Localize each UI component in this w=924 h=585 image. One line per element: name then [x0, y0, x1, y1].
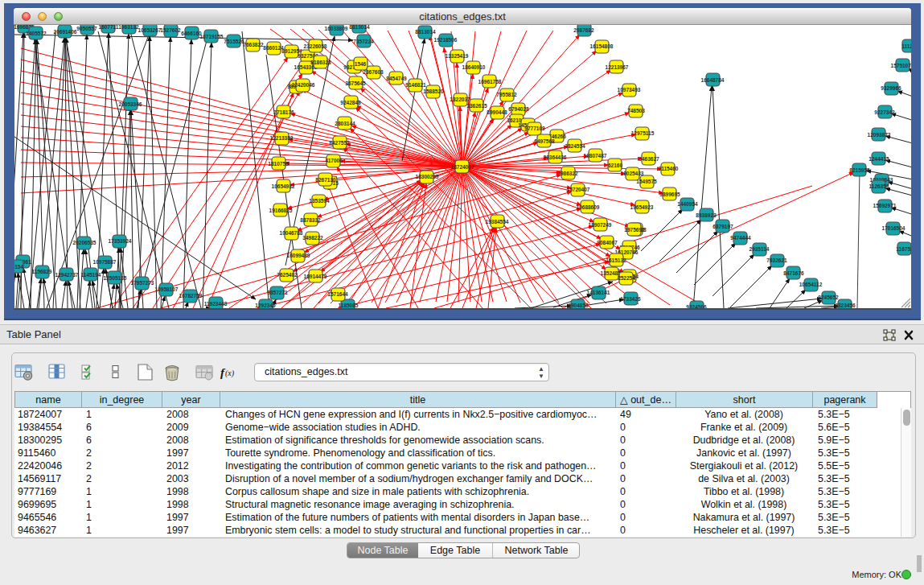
svg-text:7357224: 7357224 — [353, 39, 374, 44]
svg-text:15720407: 15720407 — [567, 187, 590, 192]
svg-text:1733426: 1733426 — [620, 296, 641, 302]
svg-text:1185085: 1185085 — [339, 303, 359, 308]
svg-text:6794028: 6794028 — [508, 106, 529, 112]
svg-text:1571644: 1571644 — [327, 291, 348, 297]
svg-text:11123: 11123 — [901, 43, 911, 49]
svg-text:18724007: 18724007 — [451, 164, 474, 170]
svg-text:6466160: 6466160 — [181, 31, 202, 36]
svg-text:19218506: 19218506 — [434, 37, 458, 43]
svg-text:7515526: 7515526 — [224, 39, 244, 44]
svg-text:9084067: 9084067 — [597, 240, 618, 245]
svg-text:1063132: 1063132 — [118, 25, 139, 30]
svg-text:13325419: 13325419 — [446, 53, 469, 59]
svg-text:10688609: 10688609 — [577, 204, 600, 210]
svg-text:1156829: 1156829 — [32, 269, 52, 274]
svg-text:8215955: 8215955 — [849, 167, 870, 173]
svg-text:7632621: 7632621 — [766, 257, 787, 263]
svg-text:1904858: 1904858 — [568, 303, 589, 308]
svg-text:1615132: 1615132 — [606, 257, 626, 263]
svg-text:10719155: 10719155 — [200, 34, 224, 39]
svg-text:23226058: 23226058 — [304, 43, 327, 49]
svg-text:748503: 748503 — [627, 108, 645, 113]
svg-text:12942737: 12942737 — [55, 272, 79, 278]
svg-text:2935114: 2935114 — [749, 246, 770, 252]
svg-text:3498222: 3498222 — [302, 235, 323, 241]
svg-text:15751074: 15751074 — [891, 63, 911, 68]
svg-text:8938923: 8938923 — [696, 212, 717, 218]
svg-text:8813014: 8813014 — [415, 29, 436, 35]
svg-text:16154808: 16154808 — [590, 43, 614, 49]
svg-text:10958107: 10958107 — [155, 286, 179, 292]
svg-text:9857271: 9857271 — [267, 290, 288, 295]
svg-text:39154: 39154 — [14, 264, 23, 270]
svg-text:9777109: 9777109 — [524, 126, 545, 131]
svg-text:20364436: 20364436 — [544, 154, 567, 160]
svg-text:10807487: 10807487 — [584, 153, 607, 159]
svg-text:7625402: 7625402 — [277, 272, 298, 278]
svg-text:2367608: 2367608 — [363, 69, 384, 75]
svg-text:1405572: 1405572 — [26, 31, 47, 36]
svg-text:9329966: 9329966 — [881, 85, 901, 91]
svg-text:1126353: 1126353 — [869, 183, 889, 189]
svg-text:62160: 62160 — [608, 163, 622, 168]
svg-text:1607711: 1607711 — [99, 25, 119, 30]
svg-text:22420046: 22420046 — [292, 82, 315, 88]
svg-text:1353594: 1353594 — [309, 198, 330, 204]
svg-text:18300295: 18300295 — [416, 174, 439, 179]
svg-text:10046788: 10046788 — [280, 230, 303, 236]
svg-text:1145194: 1145194 — [81, 272, 101, 278]
svg-text:8454749: 8454749 — [386, 76, 407, 81]
svg-text:9474444: 9474444 — [730, 235, 751, 241]
svg-text:1322037: 1322037 — [450, 97, 470, 102]
svg-text:9227342: 9227342 — [874, 109, 895, 115]
svg-text:20691406: 20691406 — [54, 29, 77, 35]
svg-text:19654923: 19654923 — [630, 204, 654, 210]
svg-text:8878332: 8878332 — [300, 217, 321, 223]
svg-text:19384554: 19384554 — [486, 219, 509, 225]
svg-text:8186328: 8186328 — [310, 60, 331, 65]
svg-text:9463627: 9463627 — [639, 156, 659, 162]
svg-text:6497568: 6497568 — [534, 138, 555, 144]
svg-text:1549575: 1549575 — [636, 179, 657, 184]
svg-text:1975692: 1975692 — [624, 227, 645, 233]
svg-text:9146821: 9146821 — [405, 82, 426, 88]
svg-text:15692971: 15692971 — [873, 203, 897, 208]
svg-text:7663822: 7663822 — [243, 42, 264, 47]
svg-text:12505135: 12505135 — [104, 275, 127, 281]
svg-text:8660124: 8660124 — [263, 45, 284, 51]
svg-text:10654112: 10654112 — [799, 282, 823, 287]
svg-text:8471676: 8471676 — [783, 270, 804, 276]
svg-text:116753: 116753 — [896, 246, 911, 252]
svg-text:417006: 417006 — [325, 158, 343, 163]
svg-text:19166825: 19166825 — [269, 208, 293, 213]
svg-text:17353924: 17353924 — [109, 238, 132, 244]
svg-text:1244415: 1244415 — [869, 156, 889, 162]
svg-text:1292345: 1292345 — [255, 303, 276, 308]
svg-text:(x): (x) — [225, 369, 235, 378]
svg-text:1810755: 1810755 — [268, 161, 289, 167]
svg-text:12213967: 12213967 — [606, 64, 629, 70]
svg-text:1527602: 1527602 — [160, 27, 181, 33]
svg-text:7986322: 7986322 — [557, 171, 578, 176]
svg-text:1362615: 1362615 — [466, 103, 487, 109]
svg-text:12093872: 12093872 — [868, 132, 891, 138]
svg-text:10654932: 10654932 — [272, 183, 295, 189]
svg-text:1546: 1546 — [355, 61, 367, 67]
svg-text:1588520: 1588520 — [423, 89, 444, 94]
svg-text:16648784: 16648784 — [701, 77, 725, 83]
svg-text:2803144: 2803144 — [335, 121, 355, 126]
svg-text:10973493: 10973493 — [618, 87, 641, 93]
svg-text:9899695: 9899695 — [659, 192, 680, 197]
svg-text:18640910: 18640910 — [462, 64, 486, 70]
svg-text:11923448: 11923448 — [204, 301, 228, 307]
svg-text:12213382: 12213382 — [270, 135, 294, 141]
svg-text:2718176: 2718176 — [273, 109, 294, 115]
svg-text:8990448: 8990448 — [487, 109, 507, 115]
svg-text:7955812: 7955812 — [496, 92, 517, 97]
svg-text:16782759: 16782759 — [179, 293, 203, 299]
svg-text:2087682: 2087682 — [573, 27, 594, 33]
svg-text:6879197: 6879197 — [713, 224, 733, 229]
svg-text:14136141: 14136141 — [587, 290, 610, 295]
svg-text:12975115: 12975115 — [631, 130, 655, 136]
svg-text:1440954: 1440954 — [677, 201, 698, 207]
